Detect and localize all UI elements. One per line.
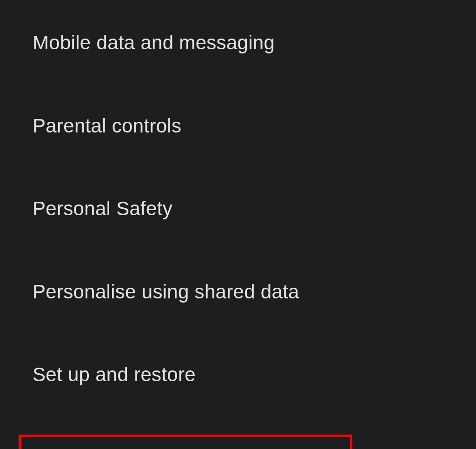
- settings-item-set-up-restore[interactable]: Set up and restore: [33, 354, 462, 396]
- settings-item-google-apps[interactable]: Settings for Google apps: [24, 442, 342, 449]
- settings-list: Mobile data and messaging Parental contr…: [0, 0, 476, 449]
- settings-item-personalise-shared-data[interactable]: Personalise using shared data: [33, 271, 462, 313]
- settings-item-mobile-data[interactable]: Mobile data and messaging: [33, 22, 462, 64]
- highlight-annotation: Settings for Google apps: [19, 435, 352, 449]
- settings-item-parental-controls[interactable]: Parental controls: [33, 106, 462, 147]
- settings-item-personal-safety[interactable]: Personal Safety: [33, 188, 462, 230]
